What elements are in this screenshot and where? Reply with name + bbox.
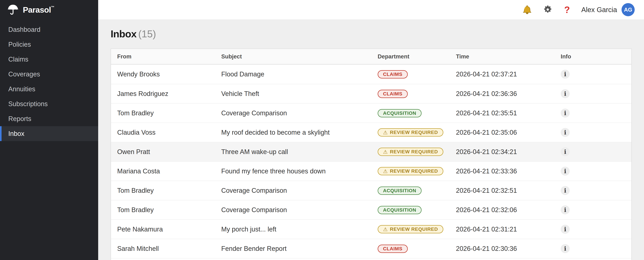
table-row[interactable]: Mariana Costa Found my fence three house… [111, 161, 632, 181]
sidebar-item-label: Policies [8, 41, 31, 48]
table-row[interactable]: Wendy Brooks Flood Damage ⚠ CLAIMS 2026-… [111, 64, 632, 84]
main-content: Inbox(15) From Subject Department Time I… [98, 19, 644, 260]
row-time: 2026-04-21 02:32:51 [456, 187, 546, 194]
brand-logo: Parasol™ [0, 0, 98, 19]
department-badge: ⚠ REVIEW REQUIRED [378, 148, 443, 156]
sidebar-item-policies[interactable]: Policies [0, 37, 98, 52]
info-icon[interactable]: i [561, 205, 570, 214]
row-from: Sarah Mitchell [117, 245, 221, 252]
department-label: REVIEW REQUIRED [390, 168, 438, 174]
table-row[interactable]: Tom Bradley Coverage Comparison ⚠ ACQUIS… [111, 181, 632, 200]
avatar[interactable]: AG [622, 3, 635, 16]
department-label: REVIEW REQUIRED [390, 130, 438, 135]
sidebar-item-label: Reports [8, 115, 31, 122]
umbrella-icon [7, 4, 19, 16]
row-time: 2026-04-21 02:32:06 [456, 206, 546, 214]
row-from: Owen Pratt [117, 148, 221, 156]
row-from: Claudia Voss [117, 129, 221, 136]
sidebar-item-reports[interactable]: Reports [0, 111, 98, 126]
info-icon[interactable]: i [561, 244, 570, 253]
row-time: 2026-04-21 02:37:21 [456, 70, 546, 78]
row-subject: Found my fence three houses down [221, 168, 378, 175]
info-icon[interactable]: i [561, 225, 570, 234]
help-icon[interactable]: ? [564, 4, 570, 15]
page-title-text: Inbox [110, 28, 136, 40]
sidebar-item-label: Coverages [8, 70, 40, 78]
row-from: Tom Bradley [117, 110, 221, 117]
sidebar-item-label: Inbox [8, 130, 24, 138]
notification-bell-icon[interactable] [522, 5, 532, 14]
column-header-subject: Subject [221, 53, 378, 60]
table-header: From Subject Department Time Info [111, 49, 632, 64]
department-label: CLAIMS [383, 91, 402, 97]
inbox-count: (15) [138, 28, 156, 40]
row-time: 2026-04-21 02:35:51 [456, 110, 546, 117]
settings-gear-icon[interactable] [544, 5, 552, 14]
table-row[interactable]: Tom Bradley Coverage Comparison ⚠ ACQUIS… [111, 200, 632, 220]
row-from: Mariana Costa [117, 168, 221, 175]
row-time: 2026-04-21 02:36:36 [456, 90, 546, 98]
row-subject: Coverage Comparison [221, 206, 378, 214]
sidebar-item-annuities[interactable]: Annuities [0, 82, 98, 96]
department-label: CLAIMS [383, 72, 402, 77]
department-badge: ⚠ CLAIMS [378, 244, 408, 253]
department-badge: ⚠ REVIEW REQUIRED [378, 167, 443, 175]
topbar: ? Alex Garcia AG [98, 0, 644, 19]
department-label: REVIEW REQUIRED [390, 149, 438, 154]
row-from: Wendy Brooks [117, 70, 221, 78]
warning-icon: ⚠ [383, 226, 388, 232]
table-row[interactable]: Claudia Voss My roof decided to become a… [111, 122, 632, 142]
table-row[interactable]: Sarah Mitchell Fender Bender Report ⚠ CL… [111, 239, 632, 258]
sidebar: Parasol™ Dashboard Policies Claims Cover… [0, 0, 98, 260]
table-row[interactable]: Pete Nakamura My porch just... left ⚠ RE… [111, 220, 632, 239]
trademark: ™ [51, 5, 54, 9]
info-icon[interactable]: i [561, 147, 570, 156]
info-icon[interactable]: i [561, 186, 570, 195]
sidebar-item-label: Subscriptions [8, 100, 48, 108]
department-label: CLAIMS [383, 246, 402, 252]
info-icon[interactable]: i [561, 108, 570, 118]
sidebar-item-subscriptions[interactable]: Subscriptions [0, 96, 98, 111]
sidebar-item-coverages[interactable]: Coverages [0, 67, 98, 82]
department-label: ACQUISITION [383, 207, 416, 213]
row-from: Tom Bradley [117, 206, 221, 214]
sidebar-item-label: Claims [8, 56, 28, 63]
sidebar-item-claims[interactable]: Claims [0, 52, 98, 67]
row-from: Pete Nakamura [117, 226, 221, 233]
column-header-info: Info [546, 53, 632, 60]
warning-icon: ⚠ [383, 168, 388, 174]
row-time: 2026-04-21 02:34:21 [456, 148, 546, 156]
row-subject: Fender Bender Report [221, 245, 378, 252]
sidebar-item-dashboard[interactable]: Dashboard [0, 22, 98, 37]
info-icon[interactable]: i [561, 128, 570, 137]
user-name: Alex Garcia [581, 6, 617, 14]
info-icon[interactable]: i [561, 167, 570, 176]
table-row[interactable]: Tom Bradley Coverage Comparison ⚠ ACQUIS… [111, 103, 632, 122]
page-title: Inbox(15) [110, 28, 632, 40]
department-badge: ⚠ CLAIMS [378, 70, 408, 78]
inbox-table: From Subject Department Time Info Wendy … [110, 48, 632, 260]
column-header-department: Department [378, 53, 456, 60]
row-subject: My roof decided to become a skylight [221, 129, 378, 136]
table-row-partial [111, 258, 632, 260]
row-from: Tom Bradley [117, 187, 221, 194]
department-label: ACQUISITION [383, 110, 416, 116]
info-icon[interactable]: i [561, 70, 570, 79]
sidebar-item-inbox[interactable]: Inbox [0, 126, 98, 141]
sidebar-item-label: Annuities [8, 86, 35, 93]
warning-icon: ⚠ [383, 149, 388, 155]
sidebar-item-label: Dashboard [8, 26, 40, 33]
department-badge: ⚠ ACQUISITION [378, 186, 422, 195]
row-subject: Coverage Comparison [221, 110, 378, 117]
info-icon[interactable]: i [561, 89, 570, 98]
sidebar-nav: Dashboard Policies Claims Coverages Annu… [0, 22, 98, 141]
table-row[interactable]: James Rodriguez Vehicle Theft ⚠ CLAIMS 2… [111, 84, 632, 103]
row-time: 2026-04-21 02:35:06 [456, 129, 546, 136]
department-badge: ⚠ REVIEW REQUIRED [378, 225, 443, 234]
column-header-time: Time [456, 53, 546, 60]
table-row[interactable]: Owen Pratt Three AM wake-up call ⚠ REVIE… [111, 142, 632, 161]
column-header-from: From [117, 53, 221, 60]
row-time: 2026-04-21 02:31:21 [456, 226, 546, 233]
department-badge: ⚠ CLAIMS [378, 90, 408, 98]
warning-icon: ⚠ [383, 130, 388, 136]
